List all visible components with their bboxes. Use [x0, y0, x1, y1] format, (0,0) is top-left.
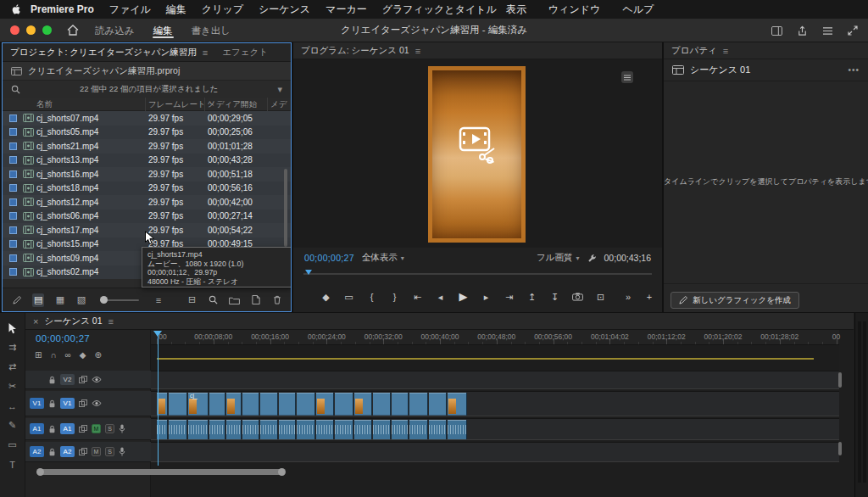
menu-item[interactable]: クリップ	[194, 3, 251, 17]
track-select-forward-tool[interactable]: ⇉	[4, 341, 21, 354]
selection-tool[interactable]	[4, 321, 21, 334]
track-output-eye-icon[interactable]	[92, 376, 102, 383]
pen-tool[interactable]: ✎	[4, 419, 21, 432]
audio-clip[interactable]	[354, 420, 372, 439]
mute-button[interactable]: M	[92, 424, 101, 433]
insert-nest-toggle-icon[interactable]: ⊞	[35, 350, 42, 360]
new-bin-button[interactable]	[229, 293, 240, 307]
mode-tab[interactable]: 編集	[146, 20, 181, 41]
workspace-layout-icon[interactable]	[771, 26, 782, 36]
slip-tool[interactable]: ↔	[4, 399, 21, 412]
video-clip[interactable]	[354, 393, 372, 416]
mark-out-button[interactable]: }	[389, 291, 401, 303]
filter-options-icon[interactable]: ▾	[277, 84, 282, 95]
close-window-button[interactable]	[10, 25, 19, 35]
program-scrubber[interactable]	[303, 270, 652, 277]
extract-button[interactable]: ↧	[549, 291, 561, 303]
video-clip[interactable]	[429, 393, 447, 416]
zoom-slider-knob[interactable]	[100, 296, 108, 304]
menu-item[interactable]: マーカー	[318, 3, 375, 17]
audio-clip[interactable]	[429, 420, 447, 439]
track-lock-icon[interactable]	[48, 425, 56, 433]
track-header-a2[interactable]: A2A2MS	[25, 442, 151, 462]
rectangle-tool[interactable]: ▭	[4, 438, 21, 451]
scrubber-playhead[interactable]	[305, 270, 312, 278]
go-to-out-button[interactable]: ⇥	[504, 291, 515, 303]
delete-button[interactable]	[271, 293, 282, 307]
tab-effects[interactable]: エフェクト	[222, 47, 268, 59]
video-clip[interactable]	[279, 393, 296, 416]
audio-clip[interactable]	[209, 420, 225, 439]
program-timecode[interactable]: 00;00;00;27	[304, 253, 354, 263]
video-clip[interactable]	[242, 393, 259, 416]
mode-tab[interactable]: 読み込み	[87, 20, 142, 41]
close-sequence-icon[interactable]: ×	[33, 316, 38, 327]
type-tool[interactable]: T	[4, 458, 21, 471]
column-divider[interactable]	[267, 98, 268, 111]
sync-lock-icon[interactable]	[79, 425, 87, 433]
monitor-settings-icon[interactable]	[621, 71, 633, 83]
track-lane-v2[interactable]	[151, 371, 839, 389]
add-marker-icon[interactable]: ◆	[80, 350, 86, 360]
video-clip[interactable]	[392, 393, 409, 416]
media-row[interactable]: cj_shorts06.mp429.97 fps00;00;27;14	[3, 209, 291, 224]
audio-tracks-scrollbar[interactable]	[838, 442, 842, 455]
timeline-zoom-scrollbar[interactable]	[38, 469, 284, 475]
go-to-in-button[interactable]: ⇤	[412, 291, 424, 303]
column-divider[interactable]	[145, 98, 146, 111]
column-header[interactable]: 名前	[36, 99, 53, 110]
add-marker-button[interactable]: ◆	[320, 291, 332, 303]
video-tracks-scrollbar[interactable]	[838, 372, 842, 388]
video-clip[interactable]	[409, 393, 428, 416]
video-clip[interactable]	[335, 393, 353, 416]
automate-to-sequence-button[interactable]: ⊟	[186, 293, 198, 307]
audio-clip[interactable]	[335, 420, 353, 439]
track-header-v2[interactable]: V2	[25, 371, 151, 389]
track-target-badge[interactable]: V2	[60, 374, 75, 385]
sync-lock-icon[interactable]	[79, 448, 87, 455]
monitor-wrench-icon[interactable]	[587, 254, 597, 263]
selected-sequence-row[interactable]: シーケンス 01 •••	[664, 59, 868, 81]
video-clip[interactable]	[169, 393, 187, 416]
column-divider[interactable]	[204, 98, 205, 111]
new-item-button[interactable]	[250, 293, 261, 307]
track-target-badge[interactable]: A2	[60, 446, 75, 457]
list-view-button[interactable]: ▤	[32, 293, 44, 307]
audio-clip[interactable]	[169, 420, 187, 439]
sync-lock-icon[interactable]	[79, 399, 87, 407]
panel-menu-icon[interactable]: ≡	[108, 316, 114, 327]
solo-button[interactable]: S	[105, 424, 114, 433]
playhead[interactable]	[158, 332, 159, 466]
audio-clip[interactable]	[392, 420, 409, 439]
track-header-a1[interactable]: A1A1MS	[25, 418, 151, 440]
media-row[interactable]: cj_shorts16.mp429.97 fps00;00;51;18	[3, 167, 291, 181]
mute-button[interactable]: M	[92, 447, 101, 456]
timeline-settings-icon[interactable]: ⊕	[94, 350, 101, 360]
zoom-level-select[interactable]: 全体表示▾	[362, 252, 404, 264]
comparison-view-button[interactable]: ⊡	[595, 291, 607, 303]
video-clip[interactable]	[209, 393, 225, 416]
menu-item[interactable]: グラフィックとタイトル	[375, 3, 504, 17]
video-clip[interactable]	[260, 393, 278, 416]
zoom-handle-left[interactable]	[36, 468, 44, 476]
find-button[interactable]	[208, 293, 219, 307]
mark-in-button[interactable]: {	[366, 291, 378, 303]
media-row[interactable]: cj_shorts18.mp429.97 fps00;00;56;16	[3, 181, 291, 196]
search-input[interactable]	[11, 85, 20, 94]
column-header[interactable]: メデ	[270, 99, 287, 110]
track-lane-a1[interactable]	[151, 418, 839, 440]
zoom-window-button[interactable]	[42, 25, 52, 35]
mode-tab[interactable]: 書き出し	[184, 20, 239, 41]
media-row[interactable]: cj_shorts05.mp429.97 fps00;00;25;06	[3, 126, 291, 140]
step-forward-button[interactable]: ▸	[481, 291, 492, 303]
fullscreen-icon[interactable]	[848, 25, 858, 36]
video-clip[interactable]	[297, 393, 315, 416]
voiceover-mic-icon[interactable]	[119, 424, 125, 433]
apple-menu-icon[interactable]	[11, 3, 21, 15]
audio-clip[interactable]	[373, 420, 391, 439]
audio-clip[interactable]	[188, 420, 209, 439]
column-header[interactable]: フレームレート ^	[148, 99, 212, 110]
panel-menu-icon[interactable]: ≡	[203, 47, 208, 58]
audio-clip[interactable]	[242, 420, 259, 439]
media-row[interactable]: cj_shorts13.mp429.97 fps00;00;43;28	[3, 154, 291, 168]
